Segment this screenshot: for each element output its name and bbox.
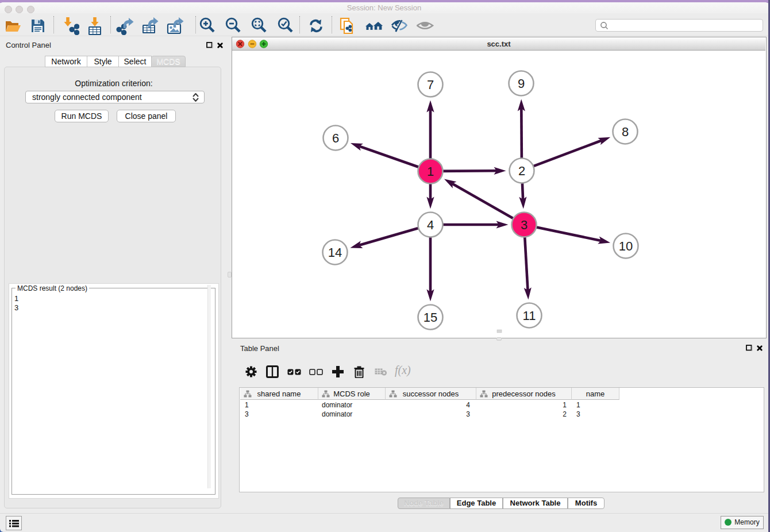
svg-text:9: 9 xyxy=(518,76,525,91)
svg-text:14: 14 xyxy=(328,245,342,260)
svg-text:15: 15 xyxy=(424,310,437,325)
svg-text:6: 6 xyxy=(332,131,339,145)
svg-text:3: 3 xyxy=(521,218,528,232)
svg-text:10: 10 xyxy=(619,239,633,253)
svg-text:11: 11 xyxy=(523,309,536,323)
svg-text:7: 7 xyxy=(427,78,434,92)
svg-text:1: 1 xyxy=(427,164,434,179)
svg-text:4: 4 xyxy=(427,218,434,232)
svg-text:2: 2 xyxy=(518,164,525,178)
svg-text:8: 8 xyxy=(622,125,629,139)
